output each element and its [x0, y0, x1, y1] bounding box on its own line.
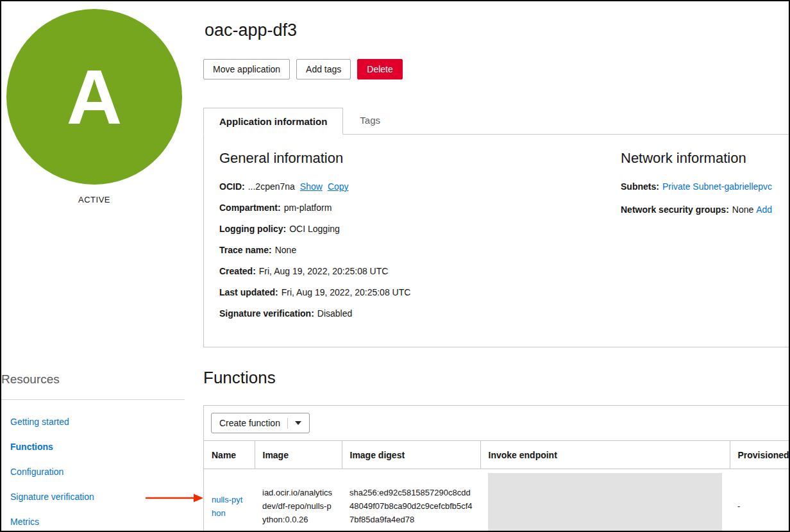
last-updated-value: Fri, Aug 19, 2022, 20:25:08 UTC [282, 287, 411, 297]
trace-name-label: Trace name: [219, 245, 272, 255]
subnets-label: Subnets: [621, 181, 659, 192]
functions-section: Create function Name Image Image digest … [203, 405, 789, 532]
last-updated-label: Last updated: [219, 287, 278, 297]
column-header-image: Image [255, 441, 342, 469]
field-last-updated: Last updated:Fri, Aug 19, 2022, 20:25:08… [219, 287, 621, 299]
ocid-value: ...2cpen7na [248, 181, 295, 192]
avatar-letter: A [67, 58, 122, 135]
field-subnets: Subnets:Private Subnet-gabriellepvc [621, 181, 789, 193]
general-information-heading: General information [219, 150, 621, 167]
column-header-name: Name [204, 441, 255, 469]
general-information-section: General information OCID:...2cpen7naShow… [219, 150, 621, 347]
table-header-row: Name Image Image digest Invoke endpoint … [204, 441, 789, 469]
ocid-show-link[interactable]: Show [300, 181, 323, 192]
application-avatar: A [6, 9, 182, 185]
subnet-link[interactable]: Private Subnet-gabriellepvc [662, 181, 772, 192]
nsg-value: None [732, 204, 753, 215]
nsg-add-link[interactable]: Add [756, 204, 772, 215]
sidebar-item-functions[interactable]: Functions [1, 435, 194, 460]
cell-image-digest: sha256:ed92c5815857290c8cdd48049f07b8ca9… [342, 469, 480, 532]
field-network-security-groups: Network security groups:None Add [621, 204, 789, 216]
cell-invoke-endpoint [480, 469, 730, 532]
logging-policy-label: Logging policy: [219, 224, 286, 234]
signature-verification-label: Signature verification: [219, 308, 314, 319]
signature-verification-value: Disabled [317, 308, 352, 319]
move-application-button[interactable]: Move application [203, 59, 290, 79]
network-information-section: Network information Subnets:Private Subn… [621, 150, 789, 347]
resources-heading: Resources [1, 372, 60, 387]
function-name-link[interactable]: nulls-python [212, 495, 242, 518]
field-trace-name: Trace name:None [219, 244, 621, 256]
field-compartment: Compartment:pm-platform [219, 202, 621, 214]
tab-application-information[interactable]: Application information [203, 108, 343, 135]
nsg-label: Network security groups: [621, 204, 729, 215]
tab-bar: Application information Tags [203, 107, 789, 134]
trace-name-value: None [275, 245, 296, 255]
column-header-invoke-endpoint: Invoke endpoint [480, 441, 730, 469]
column-header-provisioned: Provisioned [730, 441, 789, 469]
column-header-image-digest: Image digest [342, 441, 480, 469]
tab-tags[interactable]: Tags [343, 107, 397, 134]
create-function-label: Create function [219, 418, 280, 428]
cell-provisioned: - [730, 469, 789, 532]
ocid-copy-link[interactable]: Copy [328, 181, 349, 192]
status-badge: ACTIVE [6, 195, 182, 204]
table-row: nulls-python iad.ocir.io/analyticsdev/df… [204, 469, 789, 532]
cell-image: iad.ocir.io/analyticsdev/df-repo/nulls-p… [255, 469, 342, 532]
page-title: oac-app-df3 [205, 21, 789, 40]
action-toolbar: Move application Add tags Delete [203, 59, 789, 79]
functions-heading: Functions [203, 368, 789, 388]
red-arrow-icon [145, 492, 204, 504]
chevron-down-icon [295, 421, 301, 425]
button-divider [287, 418, 288, 429]
add-tags-button[interactable]: Add tags [296, 59, 351, 79]
sidebar-divider [1, 399, 185, 400]
cell-name: nulls-python [204, 469, 255, 532]
logging-policy-value: OCI Logging [289, 224, 340, 234]
redacted-endpoint-block [488, 473, 722, 532]
compartment-value: pm-platform [284, 203, 332, 213]
sidebar-item-metrics[interactable]: Metrics [1, 510, 194, 532]
field-signature-verification: Signature verification:Disabled [219, 308, 621, 320]
created-value: Fri, Aug 19, 2022, 20:25:08 UTC [259, 266, 389, 276]
field-logging-policy: Logging policy:OCI Logging [219, 223, 621, 235]
main-content: oac-app-df3 Move application Add tags De… [203, 1, 789, 531]
field-created: Created:Fri, Aug 19, 2022, 20:25:08 UTC [219, 265, 621, 278]
sidebar-item-configuration[interactable]: Configuration [1, 460, 194, 485]
compartment-label: Compartment: [219, 203, 281, 213]
functions-table: Name Image Image digest Invoke endpoint … [204, 440, 789, 532]
ocid-label: OCID: [219, 181, 245, 192]
create-function-button[interactable]: Create function [211, 413, 310, 433]
functions-toolbar: Create function [204, 406, 789, 440]
field-ocid: OCID:...2cpen7naShowCopy [219, 181, 621, 193]
delete-button[interactable]: Delete [357, 59, 402, 79]
resources-nav: Getting started Functions Configuration … [1, 410, 194, 532]
sidebar-item-getting-started[interactable]: Getting started [1, 410, 194, 435]
created-label: Created: [219, 266, 256, 276]
left-panel: A ACTIVE Resources Getting started Funct… [1, 1, 203, 531]
application-information-panel: General information OCID:...2cpen7naShow… [203, 134, 789, 347]
network-information-heading: Network information [621, 150, 789, 167]
